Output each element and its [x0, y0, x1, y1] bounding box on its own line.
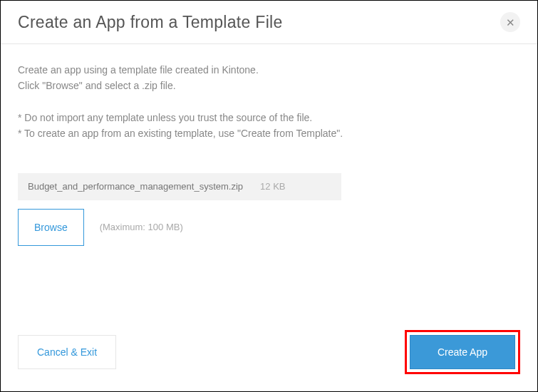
intro-line-2: Click "Browse" and select a .zip file. — [18, 78, 520, 94]
intro-line-1: Create an app using a template file crea… — [18, 63, 520, 78]
create-app-highlight: Create App — [405, 330, 520, 374]
dialog-title: Create an App from a Template File — [18, 13, 283, 32]
close-icon: ✕ — [506, 17, 515, 28]
note-1: * Do not import any template unless you … — [18, 110, 520, 126]
create-app-button[interactable]: Create App — [410, 335, 515, 369]
dialog-header: Create an App from a Template File ✕ — [1, 1, 537, 44]
dialog-footer: Cancel & Exit Create App — [1, 316, 537, 391]
notes-text: * Do not import any template unless you … — [18, 110, 520, 141]
file-size: 12 KB — [260, 180, 285, 194]
intro-text: Create an app using a template file crea… — [18, 63, 520, 93]
browse-button[interactable]: Browse — [18, 209, 84, 246]
selected-file-row: Budget_and_performance_management_system… — [18, 173, 341, 200]
note-2: * To create an app from an existing temp… — [18, 126, 520, 142]
close-button[interactable]: ✕ — [500, 12, 520, 32]
max-size-label: (Maximum: 100 MB) — [100, 220, 183, 234]
cancel-exit-button[interactable]: Cancel & Exit — [18, 335, 116, 369]
dialog-content: Create an app using a template file crea… — [1, 44, 537, 246]
file-name: Budget_and_performance_management_system… — [28, 180, 243, 194]
browse-row: Browse (Maximum: 100 MB) — [18, 209, 520, 246]
